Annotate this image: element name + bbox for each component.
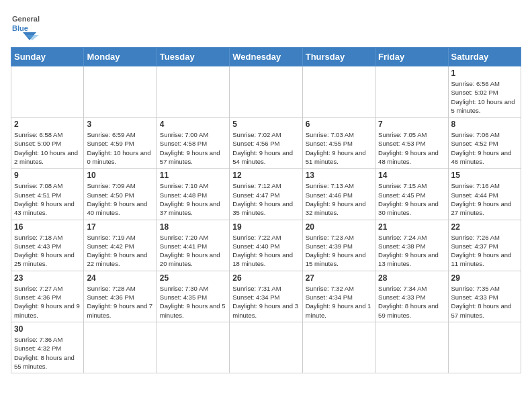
day-number: 22 [451,222,518,232]
day-info: Sunrise: 7:20 AM Sunset: 4:41 PM Dayligh… [160,233,226,269]
day-number: 29 [451,273,518,283]
day-cell [230,322,302,373]
day-number: 4 [160,120,226,129]
svg-text:General: General [12,15,40,23]
day-cell [302,322,375,373]
day-cell: 18Sunrise: 7:20 AM Sunset: 4:41 PM Dayli… [157,220,229,271]
day-cell: 3Sunrise: 6:59 AM Sunset: 4:59 PM Daylig… [84,118,157,169]
day-number: 1 [451,68,518,78]
day-cell: 11Sunrise: 7:10 AM Sunset: 4:48 PM Dayli… [157,169,229,220]
day-number: 16 [14,222,81,232]
day-cell: 14Sunrise: 7:15 AM Sunset: 4:45 PM Dayli… [375,169,448,220]
day-info: Sunrise: 7:13 AM Sunset: 4:46 PM Dayligh… [306,181,372,217]
day-cell [84,322,157,373]
day-info: Sunrise: 7:15 AM Sunset: 4:45 PM Dayligh… [378,181,445,217]
day-cell [11,66,84,118]
day-info: Sunrise: 7:05 AM Sunset: 4:53 PM Dayligh… [378,130,445,166]
day-cell: 27Sunrise: 7:32 AM Sunset: 4:34 PM Dayli… [302,271,375,322]
day-cell [302,66,375,118]
day-info: Sunrise: 6:56 AM Sunset: 5:02 PM Dayligh… [451,79,518,115]
day-cell: 12Sunrise: 7:12 AM Sunset: 4:47 PM Dayli… [230,169,302,220]
week-row-5: 23Sunrise: 7:27 AM Sunset: 4:36 PM Dayli… [11,271,521,322]
day-number: 24 [87,273,153,283]
day-info: Sunrise: 7:08 AM Sunset: 4:51 PM Dayligh… [14,181,81,217]
day-cell: 15Sunrise: 7:16 AM Sunset: 4:44 PM Dayli… [448,169,521,220]
day-cell: 20Sunrise: 7:23 AM Sunset: 4:39 PM Dayli… [302,220,375,271]
day-number: 15 [451,171,518,180]
day-cell [157,66,229,118]
day-info: Sunrise: 7:31 AM Sunset: 4:34 PM Dayligh… [232,284,299,320]
calendar-table: SundayMondayTuesdayWednesdayThursdayFrid… [11,47,521,373]
day-cell: 30Sunrise: 7:36 AM Sunset: 4:32 PM Dayli… [11,322,84,373]
day-number: 25 [160,273,226,283]
column-header-sunday: Sunday [11,48,84,66]
page-header: General Blue [11,11,521,40]
column-header-wednesday: Wednesday [230,48,302,66]
day-cell [375,66,448,118]
day-number: 18 [160,222,226,232]
day-cell: 29Sunrise: 7:35 AM Sunset: 4:33 PM Dayli… [448,271,521,322]
week-row-1: 1Sunrise: 6:56 AM Sunset: 5:02 PM Daylig… [11,66,521,118]
day-number: 3 [87,120,153,129]
day-number: 6 [306,120,372,129]
column-header-friday: Friday [375,48,448,66]
day-number: 20 [306,222,372,232]
day-number: 28 [378,273,445,283]
day-info: Sunrise: 7:02 AM Sunset: 4:56 PM Dayligh… [232,130,299,166]
day-number: 27 [306,273,372,283]
day-cell: 10Sunrise: 7:09 AM Sunset: 4:50 PM Dayli… [84,169,157,220]
day-cell: 26Sunrise: 7:31 AM Sunset: 4:34 PM Dayli… [230,271,302,322]
week-row-3: 9Sunrise: 7:08 AM Sunset: 4:51 PM Daylig… [11,169,521,220]
week-row-2: 2Sunrise: 6:58 AM Sunset: 5:00 PM Daylig… [11,118,521,169]
day-cell: 6Sunrise: 7:03 AM Sunset: 4:55 PM Daylig… [302,118,375,169]
day-info: Sunrise: 7:27 AM Sunset: 4:36 PM Dayligh… [14,284,81,320]
column-header-saturday: Saturday [448,48,521,66]
day-cell: 25Sunrise: 7:30 AM Sunset: 4:35 PM Dayli… [157,271,229,322]
day-cell: 1Sunrise: 6:56 AM Sunset: 5:02 PM Daylig… [448,66,521,118]
day-info: Sunrise: 7:18 AM Sunset: 4:43 PM Dayligh… [14,233,81,269]
day-info: Sunrise: 7:26 AM Sunset: 4:37 PM Dayligh… [451,233,518,269]
day-info: Sunrise: 7:00 AM Sunset: 4:58 PM Dayligh… [160,130,226,166]
generalblue-logo-icon: General Blue [11,11,44,40]
day-cell: 23Sunrise: 7:27 AM Sunset: 4:36 PM Dayli… [11,271,84,322]
day-cell: 7Sunrise: 7:05 AM Sunset: 4:53 PM Daylig… [375,118,448,169]
day-cell: 28Sunrise: 7:34 AM Sunset: 4:33 PM Dayli… [375,271,448,322]
day-cell: 2Sunrise: 6:58 AM Sunset: 5:00 PM Daylig… [11,118,84,169]
days-header-row: SundayMondayTuesdayWednesdayThursdayFrid… [11,48,521,66]
day-cell [375,322,448,373]
day-info: Sunrise: 7:36 AM Sunset: 4:32 PM Dayligh… [14,335,81,371]
day-number: 19 [232,222,299,232]
day-cell: 9Sunrise: 7:08 AM Sunset: 4:51 PM Daylig… [11,169,84,220]
day-info: Sunrise: 7:10 AM Sunset: 4:48 PM Dayligh… [160,181,226,217]
day-cell [84,66,157,118]
day-number: 23 [14,273,81,283]
day-cell: 16Sunrise: 7:18 AM Sunset: 4:43 PM Dayli… [11,220,84,271]
day-info: Sunrise: 7:30 AM Sunset: 4:35 PM Dayligh… [160,284,226,320]
day-number: 5 [232,120,299,129]
day-cell: 17Sunrise: 7:19 AM Sunset: 4:42 PM Dayli… [84,220,157,271]
day-cell [448,322,521,373]
day-info: Sunrise: 7:09 AM Sunset: 4:50 PM Dayligh… [87,181,153,217]
day-info: Sunrise: 7:28 AM Sunset: 4:36 PM Dayligh… [87,284,153,320]
column-header-thursday: Thursday [302,48,375,66]
logo: General Blue [11,11,44,40]
day-number: 12 [232,171,299,180]
day-info: Sunrise: 6:59 AM Sunset: 4:59 PM Dayligh… [87,130,153,166]
day-cell: 21Sunrise: 7:24 AM Sunset: 4:38 PM Dayli… [375,220,448,271]
week-row-4: 16Sunrise: 7:18 AM Sunset: 4:43 PM Dayli… [11,220,521,271]
week-row-6: 30Sunrise: 7:36 AM Sunset: 4:32 PM Dayli… [11,322,521,373]
day-cell: 24Sunrise: 7:28 AM Sunset: 4:36 PM Dayli… [84,271,157,322]
day-number: 17 [87,222,153,232]
day-info: Sunrise: 6:58 AM Sunset: 5:00 PM Dayligh… [14,130,81,166]
day-cell: 22Sunrise: 7:26 AM Sunset: 4:37 PM Dayli… [448,220,521,271]
day-cell: 4Sunrise: 7:00 AM Sunset: 4:58 PM Daylig… [157,118,229,169]
day-info: Sunrise: 7:03 AM Sunset: 4:55 PM Dayligh… [306,130,372,166]
day-number: 30 [14,324,81,334]
day-number: 9 [14,171,81,180]
day-cell: 19Sunrise: 7:22 AM Sunset: 4:40 PM Dayli… [230,220,302,271]
day-cell: 13Sunrise: 7:13 AM Sunset: 4:46 PM Dayli… [302,169,375,220]
day-info: Sunrise: 7:23 AM Sunset: 4:39 PM Dayligh… [306,233,372,269]
day-info: Sunrise: 7:12 AM Sunset: 4:47 PM Dayligh… [232,181,299,217]
day-number: 21 [378,222,445,232]
day-info: Sunrise: 7:34 AM Sunset: 4:33 PM Dayligh… [378,284,445,320]
